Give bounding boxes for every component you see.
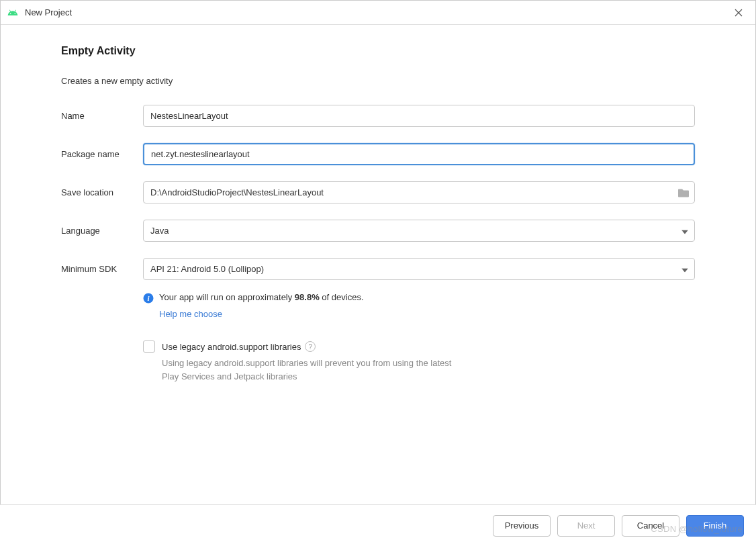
content-area: Empty Activity Creates a new empty activ… (1, 25, 755, 504)
page-description: Creates a new empty activity (61, 76, 695, 86)
legacy-checkbox-row: Use legacy android.support libraries ? (143, 340, 695, 353)
close-icon[interactable] (728, 3, 749, 23)
language-select[interactable] (143, 220, 695, 242)
save-location-input[interactable] (143, 181, 695, 203)
folder-browse-icon[interactable] (677, 187, 690, 197)
window-title: New Project (25, 7, 728, 17)
help-me-choose-link[interactable]: Help me choose (159, 309, 222, 319)
label-package-name: Package name (61, 149, 143, 159)
row-name: Name (61, 105, 695, 127)
previous-button[interactable]: Previous (493, 515, 551, 537)
label-minimum-sdk: Minimum SDK (61, 264, 143, 274)
package-name-input[interactable] (143, 143, 695, 165)
legacy-hint: Using legacy android.support libraries w… (162, 357, 457, 383)
row-language: Language (61, 220, 695, 242)
row-save-location: Save location (61, 181, 695, 203)
name-input[interactable] (143, 105, 695, 127)
page-heading: Empty Activity (61, 45, 695, 57)
device-info-text: Your app will run on approximately 98.8%… (159, 292, 364, 302)
label-name: Name (61, 111, 143, 121)
info-icon: i (143, 293, 154, 304)
label-save-location: Save location (61, 187, 143, 197)
minimum-sdk-select[interactable] (143, 258, 695, 280)
footer: Previous Next Cancel Finish (0, 504, 756, 546)
finish-button[interactable]: Finish (686, 515, 744, 537)
device-info: i Your app will run on approximately 98.… (143, 292, 695, 304)
legacy-checkbox[interactable] (143, 340, 155, 353)
label-language: Language (61, 226, 143, 236)
android-icon (7, 7, 18, 18)
legacy-checkbox-label[interactable]: Use legacy android.support libraries (162, 342, 301, 352)
titlebar: New Project (1, 1, 755, 25)
row-minimum-sdk: Minimum SDK (61, 258, 695, 280)
row-package-name: Package name (61, 143, 695, 165)
cancel-button[interactable]: Cancel (622, 515, 679, 537)
help-icon[interactable]: ? (305, 341, 316, 352)
next-button: Next (557, 515, 615, 537)
